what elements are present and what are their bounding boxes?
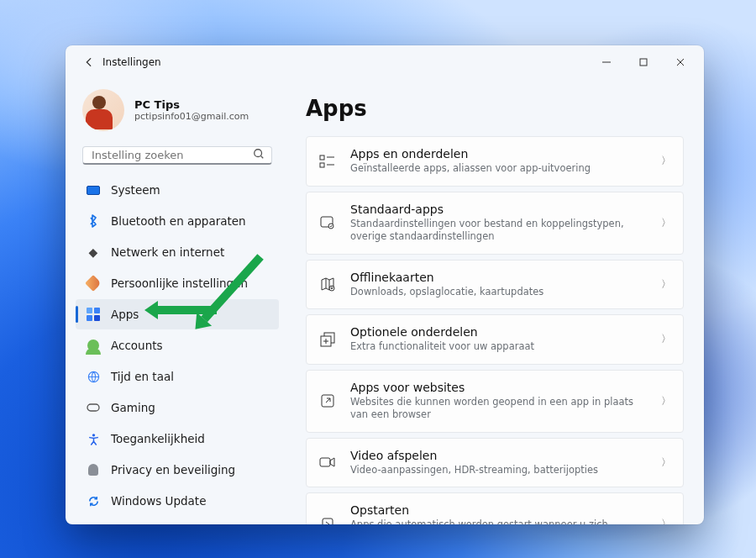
startup-icon: [318, 517, 337, 524]
sidebar-item-apps[interactable]: Apps: [76, 299, 279, 329]
profile-email: pctipsinfo01@gmail.com: [134, 111, 249, 122]
launch-icon: [318, 393, 337, 408]
card-title: Video afspelen: [350, 449, 648, 462]
maximize-button[interactable]: [625, 49, 662, 76]
sidebar-item-label: Systeem: [111, 183, 160, 197]
card-apps-for-websites[interactable]: Apps voor websites Websites die kunnen w…: [306, 370, 684, 433]
settings-window: Instellingen PC Tips pctipsinfo01@gmail.…: [66, 45, 704, 524]
sidebar-item-network[interactable]: ◆ Netwerk en internet: [76, 237, 279, 267]
card-subtitle: Downloads, opslaglocatie, kaartupdates: [350, 286, 648, 299]
svg-rect-13: [320, 458, 330, 466]
account-icon: [86, 340, 101, 351]
main-panel: Apps Apps en onderdelen Geïnstalleerde a…: [282, 79, 704, 524]
default-apps-icon: [318, 215, 337, 230]
sidebar-item-label: Toegankelijkheid: [111, 432, 205, 445]
sync-icon: [86, 495, 101, 508]
brush-icon: [86, 277, 101, 289]
card-startup[interactable]: Opstarten Apps die automatisch worden ge…: [306, 492, 684, 524]
sidebar-item-update[interactable]: Windows Update: [76, 486, 279, 516]
close-button[interactable]: [662, 49, 699, 76]
map-icon: [318, 276, 337, 292]
sidebar-item-label: Windows Update: [111, 494, 206, 508]
chevron-right-icon: 〉: [661, 332, 671, 346]
sidebar-item-gaming[interactable]: Gaming: [76, 392, 279, 423]
chevron-right-icon: 〉: [661, 154, 671, 168]
card-offline-maps[interactable]: Offlinekaarten Downloads, opslaglocatie,…: [306, 260, 684, 310]
svg-rect-0: [640, 59, 647, 66]
sidebar-item-label: Netwerk en internet: [111, 245, 224, 259]
card-title: Optionele onderdelen: [350, 325, 648, 339]
card-title: Offlinekaarten: [350, 271, 648, 284]
sidebar-item-accessibility[interactable]: Toegankelijkheid: [76, 424, 279, 454]
svg-point-4: [92, 434, 94, 436]
settings-cards: Apps en onderdelen Geïnstalleerde apps, …: [306, 136, 684, 524]
monitor-icon: [86, 186, 101, 195]
card-title: Opstarten: [350, 503, 648, 517]
card-subtitle: Websites die kunnen worden geopend in ee…: [350, 396, 648, 422]
card-subtitle: Video-aanpassingen, HDR-streaming, batte…: [350, 464, 648, 477]
apps-grid-icon: [86, 308, 101, 321]
search-box[interactable]: [82, 146, 272, 165]
svg-point-1: [255, 150, 262, 157]
window-title: Instellingen: [102, 56, 161, 68]
sidebar-item-label: Bluetooth en apparaten: [111, 214, 246, 228]
sidebar-item-accounts[interactable]: Accounts: [76, 330, 279, 361]
card-optional-features[interactable]: Optionele onderdelen Extra functionalite…: [306, 314, 684, 365]
list-icon: [318, 154, 337, 169]
page-heading: Apps: [306, 96, 684, 121]
sidebar-item-label: Privacy en beveiliging: [111, 463, 235, 476]
sidebar-item-personalization[interactable]: Persoonlijke instellingen: [76, 268, 279, 298]
chevron-right-icon: 〉: [661, 517, 671, 524]
card-subtitle: Extra functionaliteit voor uw apparaat: [350, 340, 648, 354]
card-title: Apps en onderdelen: [350, 147, 648, 161]
globe-icon: [86, 371, 101, 383]
card-subtitle: Geïnstalleerde apps, aliassen voor app-u…: [350, 162, 648, 176]
video-icon: [318, 456, 337, 468]
sidebar-nav: Systeem Bluetooth en apparaten ◆ Netwerk…: [72, 171, 282, 519]
minimize-button[interactable]: [588, 49, 625, 76]
sidebar-item-time[interactable]: Tijd en taal: [76, 361, 279, 392]
card-subtitle: Standaardinstellingen voor bestand en ko…: [350, 218, 648, 244]
chevron-right-icon: 〉: [661, 394, 671, 408]
card-title: Standaard-apps: [350, 203, 648, 216]
sidebar: PC Tips pctipsinfo01@gmail.com Systeem: [66, 79, 282, 524]
svg-rect-14: [323, 519, 333, 524]
card-subtitle: Apps die automatisch worden gestart wann…: [350, 519, 648, 524]
sidebar-item-bluetooth[interactable]: Bluetooth en apparaten: [76, 206, 279, 236]
accessibility-icon: [86, 433, 101, 445]
search-icon: [253, 147, 265, 163]
chevron-right-icon: 〉: [661, 455, 671, 470]
sidebar-item-label: Accounts: [111, 339, 163, 352]
svg-rect-5: [320, 155, 324, 160]
bluetooth-icon: [86, 214, 101, 228]
back-button[interactable]: [77, 56, 101, 68]
avatar: [82, 89, 124, 131]
gamepad-icon: [86, 403, 101, 413]
svg-rect-3: [87, 404, 99, 411]
card-video-playback[interactable]: Video afspelen Video-aanpassingen, HDR-s…: [306, 438, 684, 488]
chevron-right-icon: 〉: [661, 216, 671, 230]
svg-rect-6: [320, 163, 324, 167]
wifi-icon: ◆: [86, 245, 101, 259]
sidebar-item-label: Gaming: [111, 401, 155, 414]
sidebar-item-privacy[interactable]: Privacy en beveiliging: [76, 455, 279, 485]
card-default-apps[interactable]: Standaard-apps Standaardinstellingen voo…: [306, 192, 684, 255]
card-apps-and-features[interactable]: Apps en onderdelen Geïnstalleerde apps, …: [306, 136, 684, 187]
chevron-right-icon: 〉: [661, 277, 671, 292]
profile-block[interactable]: PC Tips pctipsinfo01@gmail.com: [72, 86, 282, 141]
search-input[interactable]: [92, 149, 253, 161]
add-box-icon: [318, 332, 337, 347]
card-title: Apps voor websites: [350, 381, 648, 394]
titlebar: Instellingen: [66, 45, 704, 79]
sidebar-item-label: Apps: [111, 308, 139, 321]
shield-icon: [86, 464, 101, 476]
sidebar-item-label: Persoonlijke instellingen: [111, 276, 248, 290]
profile-name: PC Tips: [134, 98, 249, 111]
sidebar-item-label: Tijd en taal: [111, 370, 174, 383]
sidebar-item-system[interactable]: Systeem: [76, 175, 279, 205]
